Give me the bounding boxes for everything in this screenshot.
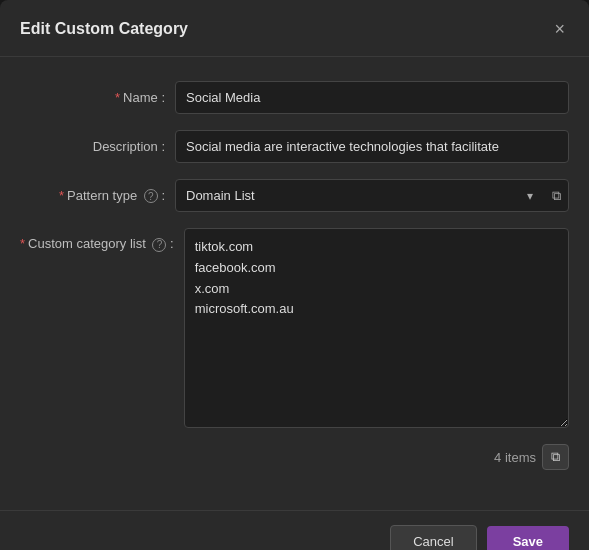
pattern-type-row: *Pattern type ? : Domain List ▾ ⧉ [20, 179, 569, 212]
name-input[interactable] [175, 81, 569, 114]
copy-list-button[interactable]: ⧉ [542, 444, 569, 470]
custom-category-label: *Custom category list ? : [20, 228, 184, 252]
dialog-footer: Cancel Save [0, 510, 589, 550]
pattern-type-select-wrapper: Domain List ▾ ⧉ [175, 179, 569, 212]
description-row: Description : [20, 130, 569, 163]
pattern-type-label: *Pattern type ? : [20, 188, 175, 204]
pattern-type-select[interactable]: Domain List [175, 179, 569, 212]
name-row: *Name : [20, 81, 569, 114]
custom-category-row: *Custom category list ? : tiktok.com fac… [20, 228, 569, 428]
description-input[interactable] [175, 130, 569, 163]
dialog-body: *Name : Description : *Pattern type ? : … [0, 57, 589, 510]
pattern-type-help-icon: ? [144, 189, 158, 203]
pattern-type-required-star: * [59, 188, 64, 203]
dialog-title: Edit Custom Category [20, 20, 188, 38]
cancel-button[interactable]: Cancel [390, 525, 476, 550]
close-button[interactable]: × [550, 18, 569, 40]
edit-custom-category-dialog: Edit Custom Category × *Name : Descripti… [0, 0, 589, 550]
custom-category-textarea[interactable]: tiktok.com facebook.com x.com microsoft.… [184, 228, 569, 428]
name-required-star: * [115, 90, 120, 105]
save-button[interactable]: Save [487, 526, 569, 550]
items-row: 4 items ⧉ [20, 444, 569, 470]
custom-category-required-star: * [20, 236, 25, 251]
dialog-header: Edit Custom Category × [0, 0, 589, 57]
pattern-type-copy-button[interactable]: ⧉ [548, 184, 565, 208]
custom-category-help-icon: ? [152, 238, 166, 252]
items-count: 4 items [494, 450, 536, 465]
description-label: Description : [20, 139, 175, 154]
name-label: *Name : [20, 90, 175, 105]
